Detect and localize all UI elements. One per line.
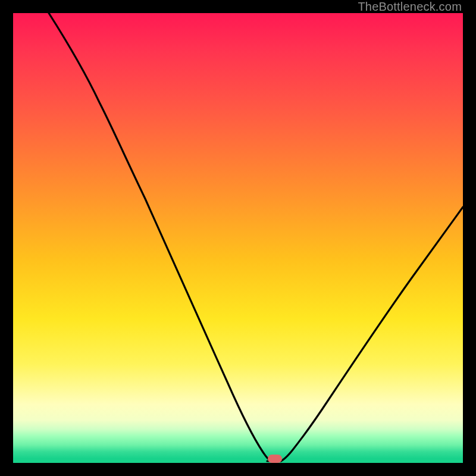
bottleneck-curve bbox=[13, 13, 463, 463]
chart-frame: TheBottleneck.com bbox=[0, 0, 476, 476]
curve-left-branch bbox=[49, 13, 271, 461]
optimal-marker bbox=[268, 455, 282, 463]
watermark-text: TheBottleneck.com bbox=[358, 0, 462, 14]
plot-area bbox=[13, 13, 463, 463]
curve-right-branch bbox=[281, 207, 463, 461]
